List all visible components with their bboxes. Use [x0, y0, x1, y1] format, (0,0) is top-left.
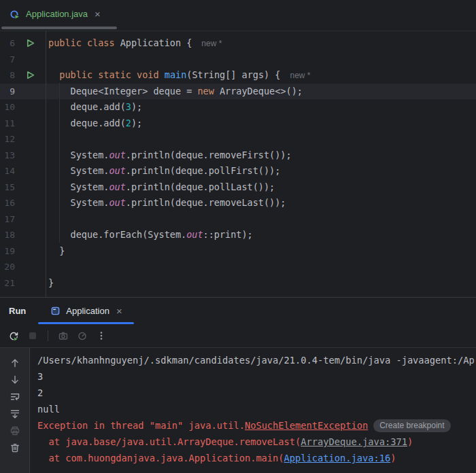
code-text[interactable]: } — [46, 275, 54, 292]
code-line-16[interactable]: 16 System.out.println(deque.removeLast()… — [0, 195, 476, 211]
gutter-slot — [15, 131, 46, 147]
code-text[interactable] — [46, 52, 48, 68]
line-number: 11 — [0, 116, 15, 132]
line-number: 19 — [0, 243, 15, 260]
code-text[interactable]: System.out.println(deque.removeLast()); — [46, 195, 286, 211]
line-number: 12 — [0, 131, 15, 147]
run-configuration-icon — [50, 306, 61, 316]
soft-wrap-icon[interactable] — [10, 391, 20, 402]
code-line-18[interactable]: 18 deque.forEach(System.out::print); — [0, 227, 476, 243]
line-number: 14 — [0, 163, 15, 179]
console-text: ) — [407, 436, 413, 447]
code-line-14[interactable]: 14 System.out.println(deque.pollFirst())… — [0, 163, 476, 179]
gutter-slot — [15, 179, 46, 196]
console-text: 2 — [37, 387, 43, 398]
run-toolbar — [0, 324, 476, 347]
run-tab-application[interactable]: Application × — [48, 298, 126, 324]
console-output[interactable]: /Users/khanhnguyenj/.sdkman/candidates/j… — [30, 348, 476, 473]
vcs-inlay-hint[interactable]: new * — [290, 71, 310, 80]
profiler-icon — [77, 330, 88, 341]
line-number: 17 — [0, 211, 15, 228]
code-text[interactable]: public class Application {new * — [46, 35, 222, 52]
code-line-6[interactable]: 6public class Application {new * — [0, 35, 476, 52]
code-line-11[interactable]: 11 deque.add(2); — [0, 116, 476, 132]
toolbar-divider — [48, 330, 48, 341]
scroll-down-icon[interactable] — [10, 374, 20, 385]
gutter-slot — [15, 211, 46, 228]
line-number: 16 — [0, 195, 15, 211]
code-text[interactable]: Deque<Integer> deque = new ArrayDeque<>(… — [46, 84, 303, 100]
gutter-slot — [15, 243, 46, 260]
more-icon[interactable] — [96, 330, 107, 341]
code-line-13[interactable]: 13 System.out.println(deque.removeFirst(… — [0, 147, 476, 164]
editor-tab-bar: Application.java × — [0, 0, 476, 31]
stop-icon — [27, 330, 38, 341]
line-number: 6 — [0, 35, 15, 52]
code-line-15[interactable]: 15 System.out.println(deque.pollLast()); — [0, 179, 476, 196]
console-line: Exception in thread "main" java.util.NoS… — [37, 417, 476, 434]
code-text[interactable] — [46, 131, 48, 147]
java-class-run-icon — [10, 9, 20, 20]
code-editor[interactable]: 6public class Application {new *78 publi… — [0, 31, 476, 297]
run-tab-label: Application — [66, 306, 109, 316]
console-line: at java.base/java.util.ArrayDeque.remove… — [37, 434, 476, 450]
code-text[interactable]: System.out.println(deque.removeFirst()); — [46, 147, 292, 164]
code-text[interactable]: public static void main(String[] args) {… — [46, 67, 310, 84]
create-breakpoint-hint[interactable]: Create breakpoint — [373, 419, 450, 432]
console-panel: /Users/khanhnguyenj/.sdkman/candidates/j… — [0, 347, 476, 473]
editor-tab-label: Application.java — [26, 9, 88, 19]
gutter-slot — [15, 147, 46, 164]
code-line-9[interactable]: 9 Deque<Integer> deque = new ArrayDeque<… — [0, 84, 476, 100]
scroll-up-icon[interactable] — [10, 357, 20, 368]
code-line-17[interactable]: 17 — [0, 211, 476, 228]
code-line-10[interactable]: 10 deque.add(3); — [0, 99, 476, 116]
tab-close-icon[interactable]: × — [93, 9, 102, 19]
line-number: 13 — [0, 147, 15, 164]
gutter-slot — [15, 116, 46, 132]
run-tab-close-icon[interactable]: × — [115, 306, 124, 316]
code-text[interactable]: deque.add(2); — [46, 116, 142, 132]
code-text[interactable]: System.out.println(deque.pollFirst()); — [46, 163, 280, 179]
run-gutter-icon[interactable] — [15, 35, 46, 52]
console-text: Exception in thread "main" java.util. — [37, 420, 245, 431]
code-text[interactable]: } — [46, 243, 65, 260]
stacktrace-link[interactable]: Application.java:16 — [284, 453, 391, 463]
line-number: 10 — [0, 99, 15, 116]
gutter-slot — [15, 195, 46, 211]
console-toolbar — [0, 348, 30, 473]
console-line: /Users/khanhnguyenj/.sdkman/candidates/j… — [37, 352, 476, 368]
scroll-to-end-icon[interactable] — [10, 408, 20, 419]
code-line-19[interactable]: 19 } — [0, 243, 476, 260]
code-text[interactable] — [46, 211, 48, 228]
run-panel-title: Run — [9, 306, 26, 316]
gutter-slot — [15, 84, 46, 100]
code-line-12[interactable]: 12 — [0, 131, 476, 147]
code-text[interactable]: deque.forEach(System.out::print); — [46, 227, 253, 243]
console-text: null — [37, 404, 60, 415]
code-text[interactable]: deque.add(3); — [46, 99, 142, 116]
code-text[interactable]: System.out.println(deque.pollLast()); — [46, 179, 275, 196]
line-number: 21 — [0, 275, 15, 292]
stacktrace-link[interactable]: NoSuchElementException — [245, 420, 368, 431]
code-line-7[interactable]: 7 — [0, 52, 476, 68]
console-line: 3 — [37, 368, 476, 385]
code-line-20[interactable]: 20 — [0, 259, 476, 275]
line-number: 15 — [0, 179, 15, 196]
console-line: null — [37, 401, 476, 417]
clear-icon[interactable] — [10, 442, 20, 453]
code-line-21[interactable]: 21} — [0, 275, 476, 292]
code-line-8[interactable]: 8 public static void main(String[] args)… — [0, 67, 476, 84]
gutter-slot — [15, 99, 46, 116]
rerun-icon[interactable] — [8, 330, 19, 341]
vcs-inlay-hint[interactable]: new * — [201, 39, 222, 48]
line-number: 20 — [0, 259, 15, 275]
code-text[interactable] — [46, 259, 48, 275]
stacktrace-link[interactable]: ArrayDeque.java:371 — [301, 436, 407, 447]
run-gutter-icon[interactable] — [15, 67, 46, 84]
line-number: 8 — [0, 67, 15, 84]
gutter-slot — [15, 52, 46, 68]
gutter-slot — [15, 163, 46, 179]
console-text: at com.huongdanjava.java.Application.mai… — [37, 453, 284, 463]
console-line: at com.huongdanjava.java.Application.mai… — [37, 450, 476, 466]
console-text: ) — [390, 453, 396, 463]
